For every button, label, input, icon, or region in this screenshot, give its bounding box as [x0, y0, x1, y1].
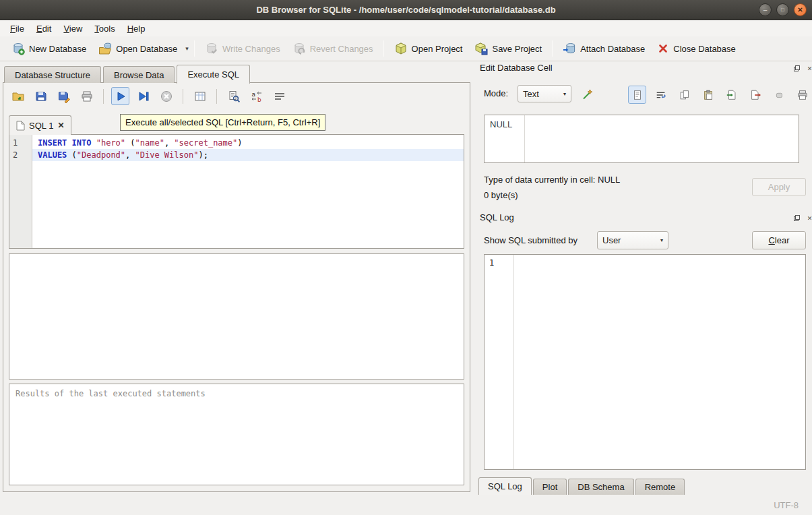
sql-log-area[interactable]: 1 — [484, 254, 806, 470]
cell-editor-toolbar — [628, 86, 811, 104]
window-title: DB Browser for SQLite - /home/user/code/… — [256, 5, 555, 15]
open-project-button[interactable]: Open Project — [388, 38, 469, 59]
import-cell-button[interactable] — [722, 86, 741, 104]
word-wrap-icon — [273, 90, 286, 103]
sql-token: INSERT INTO — [38, 138, 91, 148]
execute-tooltip: Execute all/selected SQL [Ctrl+Return, F… — [120, 114, 325, 131]
results-message-area[interactable]: Results of the last executed statements — [9, 384, 464, 485]
export-results-icon — [193, 90, 207, 103]
close-button[interactable]: ✕ — [794, 3, 807, 16]
cell-editor-body[interactable] — [525, 115, 799, 162]
menu-file[interactable]: File — [4, 22, 30, 36]
line-number-gutter: 1 2 — [9, 135, 32, 248]
set-null-button — [770, 86, 788, 104]
find-button[interactable] — [224, 87, 243, 105]
results-grid[interactable] — [9, 253, 464, 380]
window-controls: – □ ✕ — [759, 3, 807, 16]
save-project-button[interactable]: Save Project — [468, 38, 548, 59]
tab-label: DB Schema — [577, 482, 624, 492]
menu-tools[interactable]: Tools — [88, 22, 121, 36]
sql-token: "Deadpond" — [77, 150, 125, 160]
sql-document-tab[interactable]: SQL 1 ✕ — [9, 115, 71, 135]
execute-line-icon — [137, 90, 150, 103]
text-view-icon — [631, 89, 644, 101]
cell-value-editor[interactable]: NULL — [484, 115, 799, 163]
print-sql-button[interactable] — [77, 87, 96, 105]
sql-editor[interactable]: 1 2 INSERT INTO "hero" ("name", "secret_… — [9, 134, 464, 249]
svg-text:a: a — [251, 90, 255, 97]
menu-view[interactable]: View — [57, 22, 88, 36]
tab-remote[interactable]: Remote — [635, 479, 685, 495]
open-database-button[interactable]: Open Database — [92, 38, 183, 59]
attach-database-button[interactable]: Attach Database — [557, 38, 651, 59]
cell-type-info: Type of data currently in cell: NULL — [484, 175, 620, 185]
revert-changes-label: Revert Changes — [310, 44, 373, 54]
save-sql-file-button[interactable] — [32, 87, 50, 105]
sql-token: ( — [125, 138, 135, 148]
mode-select[interactable]: Text ▾ — [518, 85, 571, 102]
tab-sql-log[interactable]: SQL Log — [478, 477, 532, 495]
log-line-number-gutter: 1 — [485, 255, 514, 469]
text-view-button[interactable] — [628, 86, 646, 104]
execute-sql-panel: a b SQL 1 ✕ — [3, 82, 470, 492]
sql-token — [91, 138, 96, 148]
log-filter-select[interactable]: User ▾ — [597, 231, 668, 249]
tab-browse-data[interactable]: Browse Data — [103, 66, 175, 83]
tab-plot[interactable]: Plot — [533, 479, 567, 495]
find-replace-button[interactable]: a b — [247, 87, 266, 105]
menu-help[interactable]: Help — [121, 22, 152, 36]
word-wrap-cell-icon — [655, 89, 667, 101]
word-wrap-button[interactable] — [270, 87, 288, 105]
tab-database-structure[interactable]: Database Structure — [4, 66, 101, 83]
save-sql-as-icon — [57, 90, 71, 103]
toolbar-separator — [194, 40, 195, 57]
execute-all-button[interactable] — [111, 87, 129, 105]
sql-toolbar-separator — [216, 89, 217, 104]
log-filter-label: Show SQL submitted by — [484, 235, 577, 245]
close-database-button[interactable]: Close Database — [651, 38, 742, 59]
print-cell-button[interactable] — [793, 86, 811, 104]
auto-switch-mode-button[interactable] — [578, 85, 596, 103]
minimize-button[interactable]: – — [759, 3, 772, 16]
close-icon: ✕ — [797, 7, 803, 13]
chevron-down-icon: ▾ — [563, 91, 566, 97]
float-panel-icon — [793, 65, 801, 72]
menu-bar: File Edit View Tools Help — [0, 20, 812, 36]
sql-token: "secret_name" — [174, 138, 237, 148]
sql-tab-close-icon[interactable]: ✕ — [57, 121, 64, 130]
save-project-label: Save Project — [492, 44, 542, 54]
clear-log-button[interactable]: Clear — [752, 231, 806, 249]
new-database-button[interactable]: New Database — [5, 38, 92, 59]
copy-cell-button[interactable] — [675, 86, 693, 104]
log-body[interactable] — [514, 255, 805, 469]
print-cell-icon — [797, 89, 809, 101]
sql-line-1[interactable]: INSERT INTO "hero" ("name", "secret_name… — [32, 137, 464, 149]
save-sql-as-button[interactable] — [55, 87, 73, 105]
copy-icon — [679, 89, 691, 101]
maximize-button[interactable]: □ — [776, 3, 789, 16]
open-database-dropdown[interactable]: ▾ — [184, 42, 190, 55]
close-panel-button[interactable]: ✕ — [805, 64, 812, 73]
svg-text:b: b — [257, 96, 261, 103]
execute-line-button[interactable] — [134, 87, 152, 105]
word-wrap-cell-button[interactable] — [652, 86, 670, 104]
tab-execute-sql[interactable]: Execute SQL — [177, 65, 250, 84]
close-database-icon — [657, 42, 669, 55]
apply-label: Apply — [768, 182, 790, 192]
open-project-icon — [394, 42, 408, 55]
paste-cell-button[interactable] — [699, 86, 717, 104]
code-column[interactable]: INSERT INTO "hero" ("name", "secret_name… — [32, 135, 464, 248]
sql-token: "name" — [135, 138, 164, 148]
close-panel-icon: ✕ — [807, 215, 812, 222]
close-panel-button[interactable]: ✕ — [805, 214, 812, 222]
tab-db-schema[interactable]: DB Schema — [568, 479, 633, 495]
new-database-label: New Database — [29, 44, 86, 54]
export-results-button[interactable] — [191, 87, 209, 105]
float-panel-button[interactable] — [792, 214, 801, 222]
float-panel-button[interactable] — [792, 64, 801, 73]
execute-all-icon — [114, 90, 127, 103]
export-cell-button[interactable] — [746, 86, 764, 104]
open-sql-file-button[interactable] — [9, 87, 27, 105]
menu-edit[interactable]: Edit — [30, 22, 57, 36]
sql-line-2[interactable]: VALUES ("Deadpond", "Dive Wilson"); — [32, 149, 464, 161]
